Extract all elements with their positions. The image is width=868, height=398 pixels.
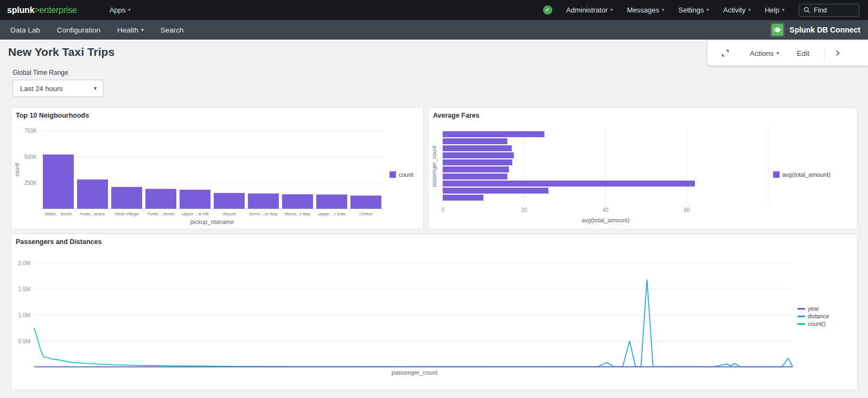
legend-swatch [797, 316, 805, 317]
legend-label: year [808, 305, 819, 312]
panel-title: Average Fares [433, 112, 480, 119]
tab-configuration-label: Configuration [57, 26, 100, 34]
actions-button[interactable]: Actions ▾ [750, 49, 779, 57]
tab-data-lab[interactable]: Data Lab [10, 26, 40, 34]
search-icon [803, 7, 810, 14]
splunk-logo[interactable]: splunk>enterprise [7, 5, 77, 15]
svg-text:60: 60 [684, 207, 690, 213]
administrator-label: Administrator [566, 6, 608, 14]
apps-menu[interactable]: Apps ▾ [110, 6, 131, 14]
fullscreen-icon [721, 49, 730, 57]
toolbar-divider [824, 46, 825, 61]
svg-text:1.0M: 1.0M [18, 312, 30, 318]
svg-text:20: 20 [521, 207, 527, 213]
chevron-down-icon: ▾ [776, 51, 779, 56]
legend-lines: year distance count() [797, 305, 829, 327]
chevron-down-icon: ▾ [94, 86, 97, 91]
tab-health-label: Health [117, 26, 138, 34]
edit-button[interactable]: Edit [797, 49, 809, 57]
panel-passengers-distances: Passengers and Distances 0.5M1.0M1.5M2.0… [11, 234, 858, 390]
help-menu[interactable]: Help ▾ [765, 6, 784, 14]
dashboard-toolbar: Actions ▾ Edit [707, 41, 868, 66]
legend-label: count [399, 171, 413, 178]
svg-text:Huds...quare: Huds...quare [80, 211, 105, 216]
actions-label: Actions [750, 49, 774, 57]
edit-label: Edit [797, 49, 809, 57]
chevron-down-icon: ▾ [141, 28, 144, 33]
svg-text:Airport: Airport [223, 211, 236, 216]
find-search-box[interactable] [799, 4, 859, 17]
svg-text:avg(total_amount): avg(total_amount) [582, 217, 630, 223]
svg-text:count: count [14, 163, 20, 177]
tab-search-label: Search [161, 26, 184, 34]
chevron-down-icon: ▾ [128, 8, 131, 12]
fullscreen-button[interactable] [721, 49, 730, 57]
svg-text:2.0M: 2.0M [18, 260, 30, 266]
svg-text:0.5M: 0.5M [18, 338, 30, 344]
db-connect-plug-icon [770, 22, 785, 37]
legend-swatch [797, 323, 805, 325]
svg-text:passenger_count: passenger_count [431, 145, 437, 187]
chart-average-fares-canvas: 0204060avg(total_amount)passenger_count [429, 108, 857, 229]
help-label: Help [765, 6, 780, 14]
svg-text:750K: 750K [24, 128, 37, 134]
svg-text:passenger_count: passenger_count [392, 369, 437, 376]
svg-text:Clinton: Clinton [359, 211, 373, 216]
svg-text:Upper ...t Side: Upper ...t Side [318, 211, 346, 216]
top-nav-right: ✓ Administrator ▾ Messages ▾ Settings ▾ … [543, 0, 859, 20]
legend-label: distance [808, 313, 829, 319]
chevron-down-icon: ▾ [782, 8, 784, 12]
messages-menu[interactable]: Messages ▾ [627, 6, 665, 14]
svg-text:0: 0 [441, 207, 444, 213]
legend-swatch [797, 308, 805, 310]
collapse-panel-button[interactable] [834, 49, 841, 57]
panel-title: Passengers and Distances [16, 238, 101, 246]
time-range-dropdown[interactable]: Last 24 hours ▾ [12, 80, 104, 97]
chevron-right-icon [834, 49, 841, 57]
svg-text:Murra...s Bay: Murra...s Bay [285, 211, 311, 216]
svg-text:1.5M: 1.5M [18, 286, 30, 292]
time-range-value: Last 24 hours [20, 85, 94, 93]
svg-text:Upper ...ie Hill: Upper ...ie Hill [181, 211, 208, 216]
logo-brand: splunk [7, 5, 34, 15]
tab-data-lab-label: Data Lab [10, 26, 40, 34]
legend-year[interactable]: year [797, 305, 819, 312]
legend-count[interactable]: count [390, 171, 413, 178]
messages-label: Messages [627, 6, 659, 14]
panel-average-fares: Average Fares 0204060avg(total_amount)pa… [428, 107, 858, 229]
tab-configuration[interactable]: Configuration [57, 26, 100, 34]
settings-label: Settings [679, 6, 704, 14]
legend-swatch [390, 171, 396, 178]
health-status-icon[interactable]: ✓ [543, 5, 552, 15]
app-name: Splunk DB Connect [789, 25, 860, 34]
tab-health[interactable]: Health ▾ [117, 26, 144, 34]
time-range-label: Global Time Range [12, 69, 68, 76]
legend-count-fn[interactable]: count() [797, 320, 826, 327]
svg-text:West Village: West Village [114, 211, 139, 216]
find-input[interactable] [814, 7, 854, 14]
app-bar: Data Lab Configuration Health ▾ Search S… [0, 20, 868, 40]
svg-text:SoHo-...le Italy: SoHo-...le Italy [249, 211, 277, 216]
chart-passengers-distances-canvas: 0.5M1.0M1.5M2.0Mpassenger_count [11, 234, 857, 389]
top-nav: splunk>enterprise Apps ▾ ✓ Administrator… [0, 0, 868, 20]
settings-menu[interactable]: Settings ▾ [679, 6, 710, 14]
svg-text:250K: 250K [24, 180, 37, 186]
chart-top10-canvas: 250K500K750KMidto... SouthHuds...quareWe… [11, 108, 423, 229]
tab-search[interactable]: Search [161, 26, 184, 34]
activity-menu[interactable]: Activity ▾ [723, 6, 751, 14]
app-identity: Splunk DB Connect [770, 22, 860, 37]
svg-text:40: 40 [602, 207, 609, 213]
chevron-down-icon: ▾ [706, 8, 709, 12]
svg-text:Midto... South: Midto... South [45, 211, 72, 216]
chevron-down-icon: ▾ [748, 8, 751, 12]
administrator-menu[interactable]: Administrator ▾ [566, 6, 613, 14]
panel-title: Top 10 Neigbourhoods [16, 112, 89, 119]
legend-avg-total-amount[interactable]: avg(total_amount) [773, 171, 831, 178]
legend-distance[interactable]: distance [797, 313, 829, 319]
svg-text:500K: 500K [24, 154, 37, 160]
svg-text:Turtle ...dtown: Turtle ...dtown [147, 211, 174, 216]
chevron-down-icon: ▾ [662, 8, 665, 12]
panel-top10-neighbourhoods: Top 10 Neigbourhoods 250K500K750KMidto..… [11, 107, 424, 229]
page-title: New York Taxi Trips [8, 46, 114, 59]
apps-menu-label: Apps [110, 6, 126, 14]
